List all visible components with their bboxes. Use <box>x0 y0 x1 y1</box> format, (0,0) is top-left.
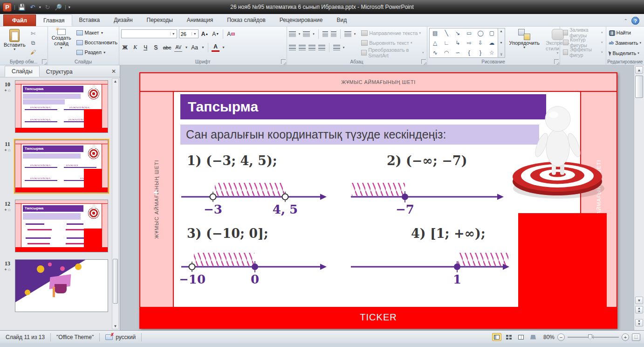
change-case-button[interactable]: Aa <box>190 43 199 52</box>
bullets-icon[interactable] <box>289 31 296 37</box>
scroll-down-icon[interactable]: ▼ <box>112 324 118 328</box>
undo-dropdown-icon[interactable]: ▾ <box>39 5 41 9</box>
scrollbar-thumb[interactable] <box>635 76 643 98</box>
scribble-shape-icon[interactable]: ∿ <box>430 49 441 56</box>
language-segment[interactable]: русский <box>100 333 142 341</box>
elbow-arrow-connector-icon[interactable]: ↳ <box>452 40 463 46</box>
tab-transitions[interactable]: Переходы <box>140 14 180 26</box>
next-slide-button[interactable]: ▼▼ <box>635 319 643 326</box>
clipboard-dialog-launcher[interactable] <box>42 59 47 64</box>
scroll-up-icon[interactable]: ▲ <box>635 66 643 74</box>
right-arrow-shape-icon[interactable]: ⇨ <box>464 40 475 46</box>
slide-sorter-view-button[interactable] <box>504 333 514 341</box>
tab-animations[interactable]: Анимация <box>180 14 220 26</box>
save-icon[interactable]: 💾 <box>18 3 26 11</box>
text-shadow-button[interactable]: S <box>152 43 160 52</box>
star-shape-icon[interactable]: ☆ <box>486 49 497 56</box>
triangle-shape-icon[interactable]: △ <box>430 40 441 46</box>
align-right-icon[interactable] <box>308 45 315 50</box>
align-left-icon[interactable] <box>289 45 296 50</box>
increase-indent-icon[interactable] <box>331 31 336 37</box>
new-slide-button[interactable]: ✳ Создать слайд ▼ <box>50 28 73 57</box>
zoom-slider-thumb[interactable] <box>588 334 592 340</box>
find-button[interactable]: Найти <box>608 28 642 37</box>
tab-file[interactable]: Файл <box>3 14 36 26</box>
right-brace-shape-icon[interactable]: } <box>475 49 486 56</box>
left-brace-shape-icon[interactable]: { <box>464 49 475 56</box>
ticker-band[interactable]: TICKER <box>140 307 617 328</box>
tab-insert[interactable]: Вставка <box>72 14 107 26</box>
section-button[interactable]: Раздел▼ <box>75 48 118 57</box>
zoom-in-button[interactable]: + <box>622 333 629 341</box>
shape-effects-button[interactable]: Эффекты фигур▾ <box>562 48 604 57</box>
zoom-level[interactable]: 80% <box>541 334 555 340</box>
slide-13-thumbnail[interactable] <box>15 259 108 312</box>
redo-icon[interactable]: ↻ <box>43 3 52 11</box>
cloud-shape-icon[interactable]: ☁ <box>486 40 497 46</box>
theme-name[interactable]: "Office Theme" <box>51 333 100 341</box>
bold-button[interactable]: Ж <box>121 43 129 52</box>
slide-10-thumbnail[interactable]: Тапсырма <box>15 80 108 133</box>
format-painter-icon[interactable]: 🖌 <box>29 48 37 56</box>
tab-review[interactable]: Рецензирование <box>273 14 330 26</box>
powerpoint-icon[interactable]: P <box>3 3 12 12</box>
layout-button[interactable]: Макет▼ <box>75 28 118 37</box>
strikethrough-button[interactable]: abc <box>162 43 172 52</box>
slide-12-thumbnail[interactable]: Тапсырма <box>15 200 108 252</box>
drawing-dialog-launcher[interactable] <box>554 59 559 64</box>
normal-view-button[interactable] <box>492 333 501 341</box>
font-name-combo[interactable]: ▼ <box>121 29 177 38</box>
select-button[interactable]: Выделить▾ <box>608 49 642 58</box>
slide-title[interactable]: Тапсырма <box>180 94 546 119</box>
columns-icon[interactable] <box>333 45 340 50</box>
print-preview-icon[interactable]: 🔎 <box>54 3 62 11</box>
reset-button[interactable]: Восстановить <box>75 38 118 47</box>
customize-qat-icon[interactable]: ▾ <box>69 5 70 9</box>
scroll-down-icon[interactable]: ▼ <box>635 297 643 304</box>
reading-view-button[interactable] <box>516 333 526 341</box>
numbering-icon[interactable] <box>303 31 310 37</box>
tab-slides-thumbnails[interactable]: Слайды <box>5 66 40 77</box>
scroll-up-icon[interactable]: ▲ <box>112 79 118 83</box>
collapse-ribbon-icon[interactable]: ⌃ <box>624 18 628 23</box>
previous-slide-button[interactable]: ▲▲ <box>635 306 643 313</box>
font-color-button[interactable]: A <box>212 43 219 52</box>
shapes-scroll-up-icon[interactable]: ▲ <box>500 29 503 33</box>
undo-icon[interactable]: ↶ <box>28 3 37 11</box>
shape-outline-button[interactable]: Контур фигуры▾ <box>562 38 604 47</box>
down-arrow-shape-icon[interactable]: ⇩ <box>475 40 486 46</box>
align-center-icon[interactable] <box>299 45 306 50</box>
panel-scrollbar[interactable]: ▲ ▼ <box>112 78 119 329</box>
decrease-indent-icon[interactable] <box>322 31 328 37</box>
character-spacing-button[interactable]: AV <box>174 43 182 52</box>
paste-button[interactable]: Вставить ▼ <box>2 28 27 56</box>
help-icon[interactable]: ? <box>631 17 639 25</box>
tab-design[interactable]: Дизайн <box>107 14 139 26</box>
rectangle-shape-icon[interactable]: ▭ <box>464 30 475 36</box>
font-dialog-launcher[interactable] <box>281 59 286 64</box>
arc-shape-icon[interactable]: ◠ <box>441 49 452 56</box>
shapes-gallery[interactable]: ▤ ╲ ↘ ▭ ◯ ▢ △ ∟ ↳ ⇨ ⇩ ☁ ∿ ◠ ∽ <box>429 28 498 58</box>
arrange-button[interactable]: Упорядочить ▼ <box>507 28 541 58</box>
shape-fill-button[interactable]: Заливка фигуры▾ <box>562 28 604 37</box>
arrow-shape-icon[interactable]: ↘ <box>452 30 463 36</box>
zoom-out-button[interactable]: − <box>557 333 565 341</box>
convert-smartart-button[interactable]: Преобразовать в SmartArt▾ <box>360 48 425 57</box>
shapes-more-icon[interactable]: ⊽ <box>500 53 502 56</box>
curve-shape-icon[interactable]: ∽ <box>452 49 463 56</box>
line-shape-icon[interactable]: ╲ <box>441 30 452 36</box>
align-text-button[interactable]: Выровнять текст▾ <box>360 38 425 48</box>
copy-icon[interactable]: ⧉ <box>29 39 37 47</box>
clear-formatting-button[interactable]: A <box>226 30 236 38</box>
paragraph-dialog-launcher[interactable] <box>421 59 426 64</box>
slide-11-thumbnail[interactable]: Тапсырма <box>15 140 108 193</box>
justify-icon[interactable] <box>318 45 325 50</box>
slide-canvas[interactable]: ЖҰМЫС АЙМАҒЫНЫҢ ШЕТІ ЖҰМЫС АЙМАҒЫНЫҢ ШЕТ… <box>139 72 617 329</box>
grow-font-button[interactable]: A▲ <box>200 30 210 38</box>
shrink-font-button[interactable]: A▼ <box>211 30 220 38</box>
line-spacing-icon[interactable] <box>344 31 351 37</box>
tab-slideshow[interactable]: Показ слайдов <box>220 14 273 26</box>
cut-icon[interactable]: ✄ <box>29 29 37 38</box>
slide-subtitle[interactable]: Сан аралығын координаттық түзуде кескінд… <box>180 125 539 145</box>
spellcheck-icon[interactable] <box>105 334 113 340</box>
